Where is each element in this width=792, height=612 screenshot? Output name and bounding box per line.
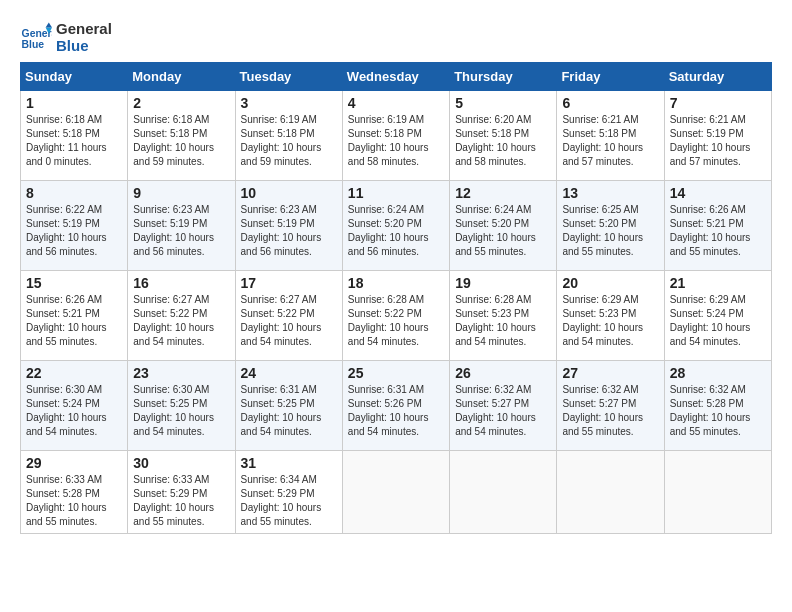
calendar-cell: 6 Sunrise: 6:21 AM Sunset: 5:18 PM Dayli… xyxy=(557,91,664,181)
day-info: Sunrise: 6:25 AM Sunset: 5:20 PM Dayligh… xyxy=(562,203,658,259)
calendar-cell: 15 Sunrise: 6:26 AM Sunset: 5:21 PM Dayl… xyxy=(21,271,128,361)
day-number: 10 xyxy=(241,185,337,201)
day-header-monday: Monday xyxy=(128,63,235,91)
day-info: Sunrise: 6:32 AM Sunset: 5:27 PM Dayligh… xyxy=(455,383,551,439)
calendar-cell: 28 Sunrise: 6:32 AM Sunset: 5:28 PM Dayl… xyxy=(664,361,771,451)
day-header-friday: Friday xyxy=(557,63,664,91)
calendar-cell: 30 Sunrise: 6:33 AM Sunset: 5:29 PM Dayl… xyxy=(128,451,235,534)
logo: General Blue General Blue xyxy=(20,20,112,54)
calendar-cell: 1 Sunrise: 6:18 AM Sunset: 5:18 PM Dayli… xyxy=(21,91,128,181)
day-number: 7 xyxy=(670,95,766,111)
calendar-cell: 21 Sunrise: 6:29 AM Sunset: 5:24 PM Dayl… xyxy=(664,271,771,361)
calendar-cell xyxy=(664,451,771,534)
calendar-cell: 13 Sunrise: 6:25 AM Sunset: 5:20 PM Dayl… xyxy=(557,181,664,271)
logo-text: General Blue xyxy=(56,20,112,54)
day-number: 31 xyxy=(241,455,337,471)
day-number: 23 xyxy=(133,365,229,381)
calendar-cell xyxy=(342,451,449,534)
calendar-cell: 29 Sunrise: 6:33 AM Sunset: 5:28 PM Dayl… xyxy=(21,451,128,534)
day-number: 30 xyxy=(133,455,229,471)
day-number: 3 xyxy=(241,95,337,111)
calendar-cell: 2 Sunrise: 6:18 AM Sunset: 5:18 PM Dayli… xyxy=(128,91,235,181)
day-info: Sunrise: 6:27 AM Sunset: 5:22 PM Dayligh… xyxy=(133,293,229,349)
day-number: 12 xyxy=(455,185,551,201)
day-number: 11 xyxy=(348,185,444,201)
day-info: Sunrise: 6:24 AM Sunset: 5:20 PM Dayligh… xyxy=(455,203,551,259)
day-number: 24 xyxy=(241,365,337,381)
calendar-week-5: 29 Sunrise: 6:33 AM Sunset: 5:28 PM Dayl… xyxy=(21,451,772,534)
day-number: 29 xyxy=(26,455,122,471)
day-info: Sunrise: 6:29 AM Sunset: 5:24 PM Dayligh… xyxy=(670,293,766,349)
day-info: Sunrise: 6:29 AM Sunset: 5:23 PM Dayligh… xyxy=(562,293,658,349)
day-info: Sunrise: 6:26 AM Sunset: 5:21 PM Dayligh… xyxy=(26,293,122,349)
day-info: Sunrise: 6:21 AM Sunset: 5:18 PM Dayligh… xyxy=(562,113,658,169)
day-header-tuesday: Tuesday xyxy=(235,63,342,91)
calendar-table: SundayMondayTuesdayWednesdayThursdayFrid… xyxy=(20,62,772,534)
svg-text:Blue: Blue xyxy=(22,39,45,50)
day-header-thursday: Thursday xyxy=(450,63,557,91)
calendar-cell: 5 Sunrise: 6:20 AM Sunset: 5:18 PM Dayli… xyxy=(450,91,557,181)
day-number: 21 xyxy=(670,275,766,291)
day-info: Sunrise: 6:30 AM Sunset: 5:25 PM Dayligh… xyxy=(133,383,229,439)
calendar-week-3: 15 Sunrise: 6:26 AM Sunset: 5:21 PM Dayl… xyxy=(21,271,772,361)
day-number: 2 xyxy=(133,95,229,111)
day-info: Sunrise: 6:28 AM Sunset: 5:22 PM Dayligh… xyxy=(348,293,444,349)
day-info: Sunrise: 6:18 AM Sunset: 5:18 PM Dayligh… xyxy=(26,113,122,169)
calendar-week-2: 8 Sunrise: 6:22 AM Sunset: 5:19 PM Dayli… xyxy=(21,181,772,271)
day-number: 4 xyxy=(348,95,444,111)
day-number: 25 xyxy=(348,365,444,381)
calendar-cell: 8 Sunrise: 6:22 AM Sunset: 5:19 PM Dayli… xyxy=(21,181,128,271)
calendar-cell: 14 Sunrise: 6:26 AM Sunset: 5:21 PM Dayl… xyxy=(664,181,771,271)
day-number: 28 xyxy=(670,365,766,381)
day-header-sunday: Sunday xyxy=(21,63,128,91)
calendar-cell xyxy=(557,451,664,534)
logo-icon: General Blue xyxy=(20,21,52,53)
calendar-cell: 4 Sunrise: 6:19 AM Sunset: 5:18 PM Dayli… xyxy=(342,91,449,181)
day-info: Sunrise: 6:33 AM Sunset: 5:28 PM Dayligh… xyxy=(26,473,122,529)
calendar-week-1: 1 Sunrise: 6:18 AM Sunset: 5:18 PM Dayli… xyxy=(21,91,772,181)
day-number: 8 xyxy=(26,185,122,201)
day-info: Sunrise: 6:24 AM Sunset: 5:20 PM Dayligh… xyxy=(348,203,444,259)
day-info: Sunrise: 6:32 AM Sunset: 5:27 PM Dayligh… xyxy=(562,383,658,439)
calendar-cell: 23 Sunrise: 6:30 AM Sunset: 5:25 PM Dayl… xyxy=(128,361,235,451)
day-number: 22 xyxy=(26,365,122,381)
day-number: 18 xyxy=(348,275,444,291)
calendar-cell: 27 Sunrise: 6:32 AM Sunset: 5:27 PM Dayl… xyxy=(557,361,664,451)
svg-marker-3 xyxy=(46,23,52,28)
day-info: Sunrise: 6:34 AM Sunset: 5:29 PM Dayligh… xyxy=(241,473,337,529)
day-info: Sunrise: 6:21 AM Sunset: 5:19 PM Dayligh… xyxy=(670,113,766,169)
calendar-week-4: 22 Sunrise: 6:30 AM Sunset: 5:24 PM Dayl… xyxy=(21,361,772,451)
day-info: Sunrise: 6:19 AM Sunset: 5:18 PM Dayligh… xyxy=(241,113,337,169)
calendar-cell: 10 Sunrise: 6:23 AM Sunset: 5:19 PM Dayl… xyxy=(235,181,342,271)
calendar-cell: 3 Sunrise: 6:19 AM Sunset: 5:18 PM Dayli… xyxy=(235,91,342,181)
day-info: Sunrise: 6:30 AM Sunset: 5:24 PM Dayligh… xyxy=(26,383,122,439)
calendar-cell: 31 Sunrise: 6:34 AM Sunset: 5:29 PM Dayl… xyxy=(235,451,342,534)
day-header-saturday: Saturday xyxy=(664,63,771,91)
day-info: Sunrise: 6:23 AM Sunset: 5:19 PM Dayligh… xyxy=(133,203,229,259)
day-info: Sunrise: 6:31 AM Sunset: 5:26 PM Dayligh… xyxy=(348,383,444,439)
calendar-cell: 26 Sunrise: 6:32 AM Sunset: 5:27 PM Dayl… xyxy=(450,361,557,451)
calendar-cell: 25 Sunrise: 6:31 AM Sunset: 5:26 PM Dayl… xyxy=(342,361,449,451)
calendar-cell: 17 Sunrise: 6:27 AM Sunset: 5:22 PM Dayl… xyxy=(235,271,342,361)
calendar-cell: 11 Sunrise: 6:24 AM Sunset: 5:20 PM Dayl… xyxy=(342,181,449,271)
day-number: 20 xyxy=(562,275,658,291)
day-info: Sunrise: 6:31 AM Sunset: 5:25 PM Dayligh… xyxy=(241,383,337,439)
calendar-cell xyxy=(450,451,557,534)
calendar-cell: 20 Sunrise: 6:29 AM Sunset: 5:23 PM Dayl… xyxy=(557,271,664,361)
day-info: Sunrise: 6:19 AM Sunset: 5:18 PM Dayligh… xyxy=(348,113,444,169)
day-info: Sunrise: 6:22 AM Sunset: 5:19 PM Dayligh… xyxy=(26,203,122,259)
day-info: Sunrise: 6:23 AM Sunset: 5:19 PM Dayligh… xyxy=(241,203,337,259)
calendar-cell: 12 Sunrise: 6:24 AM Sunset: 5:20 PM Dayl… xyxy=(450,181,557,271)
day-info: Sunrise: 6:20 AM Sunset: 5:18 PM Dayligh… xyxy=(455,113,551,169)
day-header-wednesday: Wednesday xyxy=(342,63,449,91)
calendar-cell: 24 Sunrise: 6:31 AM Sunset: 5:25 PM Dayl… xyxy=(235,361,342,451)
day-info: Sunrise: 6:33 AM Sunset: 5:29 PM Dayligh… xyxy=(133,473,229,529)
calendar-cell: 9 Sunrise: 6:23 AM Sunset: 5:19 PM Dayli… xyxy=(128,181,235,271)
day-number: 19 xyxy=(455,275,551,291)
calendar-cell: 16 Sunrise: 6:27 AM Sunset: 5:22 PM Dayl… xyxy=(128,271,235,361)
day-number: 26 xyxy=(455,365,551,381)
day-info: Sunrise: 6:28 AM Sunset: 5:23 PM Dayligh… xyxy=(455,293,551,349)
calendar-cell: 7 Sunrise: 6:21 AM Sunset: 5:19 PM Dayli… xyxy=(664,91,771,181)
page-header: General Blue General Blue xyxy=(20,20,772,54)
day-number: 5 xyxy=(455,95,551,111)
